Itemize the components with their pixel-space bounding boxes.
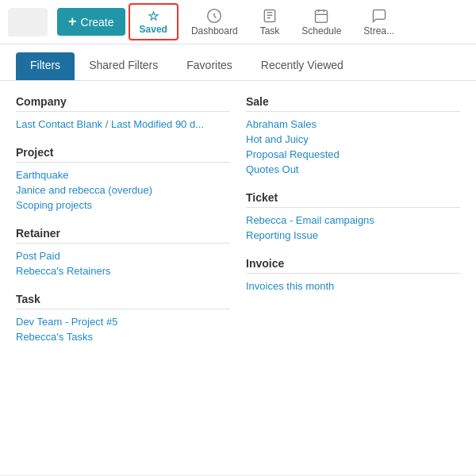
filter-link[interactable]: Abraham Sales [246,117,460,132]
saved-label: Saved [140,24,167,35]
section-title: Task [16,293,230,309]
nav-schedule[interactable]: Schedule [292,2,351,43]
tab-shared-filters[interactable]: Shared Filters [75,52,172,80]
section-project: ProjectEarthquakeJanice and rebecca (ove… [16,146,230,213]
tab-favorites[interactable]: Favorites [172,52,247,80]
filter-link[interactable]: Quotes Out [246,162,460,177]
section-task: TaskDev Team - Project #5Rebecca's Tasks [16,293,230,344]
svg-rect-1 [264,10,274,21]
logo-area [8,8,48,36]
filter-columns: CompanyLast Contact Blank / Last Modifie… [16,95,460,359]
create-label: Create [81,16,114,29]
filter-link[interactable]: Invoices this month [246,278,460,294]
tab-filters[interactable]: Filters [16,52,75,80]
filter-link[interactable]: Last Contact Blank / Last Modified 90 d.… [16,117,230,132]
filter-link[interactable]: Dev Team - Project #5 [16,314,230,329]
task-label: Task [260,25,280,36]
section-invoice: InvoiceInvoices this month [246,257,460,294]
section-retainer: RetainerPost PaidRebecca's Retainers [16,227,230,278]
schedule-label: Schedule [301,25,341,36]
section-title: Sale [246,95,460,112]
filter-link[interactable]: Earthquake [16,167,230,182]
stream-icon [371,8,387,24]
right-column: SaleAbraham SalesHot and JuicyProposal R… [246,95,460,359]
filter-link[interactable]: Post Paid [16,248,230,263]
task-icon [262,8,278,24]
filter-link[interactable]: Scoping projects [16,198,230,213]
stream-label: Strea... [363,25,394,36]
section-ticket: TicketRebecca - Email campaignsReporting… [246,191,460,243]
filter-link[interactable]: Rebecca - Email campaigns [246,213,460,228]
section-title: Invoice [246,257,460,274]
section-title: Retainer [16,227,230,244]
filter-link[interactable]: Hot and Juicy [246,132,460,147]
section-sale: SaleAbraham SalesHot and JuicyProposal R… [246,95,460,177]
star-icon: ☆ [148,9,159,24]
top-navigation: + Create ☆ Saved Dashboard Task Schedule… [0,0,476,44]
saved-button[interactable]: ☆ Saved [129,3,178,40]
main-content: CompanyLast Contact Blank / Last Modifie… [0,81,476,474]
create-button[interactable]: + Create [57,8,125,36]
section-company: CompanyLast Contact Blank / Last Modifie… [16,95,230,132]
section-title: Company [16,95,230,112]
section-title: Ticket [246,191,460,208]
filter-link[interactable]: Proposal Requested [246,147,460,162]
nav-stream[interactable]: Strea... [354,2,404,43]
filter-link[interactable]: Reporting Issue [246,228,460,243]
dashboard-icon [206,8,222,24]
filter-link[interactable]: Rebecca's Tasks [16,329,230,344]
svg-rect-2 [316,10,328,22]
filter-link[interactable]: Janice and rebecca (overdue) [16,182,230,198]
tab-recently-viewed[interactable]: Recently Viewed [247,52,358,80]
tabs-bar: Filters Shared Filters Favorites Recentl… [0,44,476,81]
nav-task[interactable]: Task [251,2,290,43]
plus-icon: + [68,13,77,30]
schedule-icon [313,8,329,24]
left-column: CompanyLast Contact Blank / Last Modifie… [16,95,230,359]
section-title: Project [16,146,230,163]
filter-link[interactable]: Rebecca's Retainers [16,263,230,278]
nav-dashboard[interactable]: Dashboard [182,2,248,43]
dashboard-label: Dashboard [191,25,238,36]
